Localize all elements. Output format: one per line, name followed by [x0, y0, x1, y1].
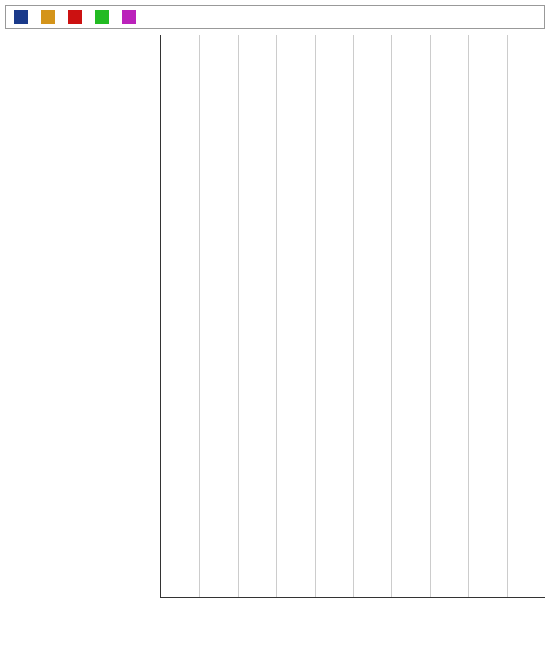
- bars-wrapper: [160, 35, 545, 600]
- y-axis-labels: [5, 35, 160, 600]
- bar-rows-container: [161, 35, 545, 597]
- accepted-color-box: [14, 10, 28, 24]
- legend-accepted: [14, 10, 31, 24]
- refused-color-box: [41, 10, 55, 24]
- bars-inner: [160, 35, 545, 598]
- legend: [5, 5, 545, 29]
- legend-rejected: [68, 10, 85, 24]
- chart-area: [5, 35, 545, 600]
- legend-refused: [41, 10, 58, 24]
- spooled-color-box: [122, 10, 136, 24]
- legend-missing: [95, 10, 112, 24]
- missing-color-box: [95, 10, 109, 24]
- rejected-color-box: [68, 10, 82, 24]
- legend-spooled: [122, 10, 139, 24]
